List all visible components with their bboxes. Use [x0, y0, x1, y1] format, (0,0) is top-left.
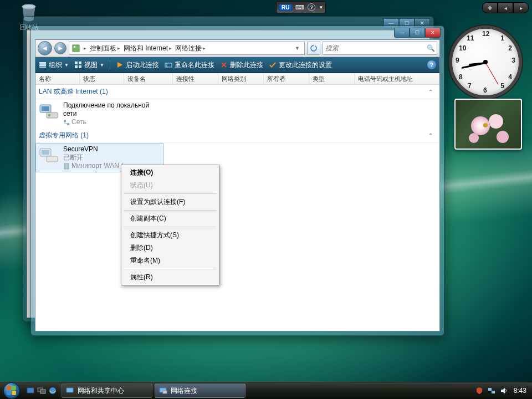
- group-header-lan[interactable]: LAN 或高速 Internet (1)⌃: [35, 85, 439, 99]
- delete-connection-button[interactable]: 删除此连接: [220, 60, 263, 70]
- svg-rect-20: [42, 150, 49, 155]
- svg-point-26: [49, 387, 56, 394]
- slideshow-gadget[interactable]: [454, 99, 522, 150]
- svg-rect-2: [73, 45, 79, 52]
- column-name[interactable]: 名称: [35, 73, 80, 84]
- breadcrumb-seg[interactable]: 控制面板▸: [90, 44, 120, 53]
- views-menu[interactable]: 视图▼: [74, 60, 104, 70]
- sidebar-controls: ✚ ◂ ▸: [482, 2, 529, 13]
- column-connectivity[interactable]: 连接性: [173, 73, 218, 84]
- tray-volume-icon[interactable]: [499, 386, 508, 395]
- svg-rect-21: [47, 156, 58, 162]
- tray-network-icon[interactable]: [487, 386, 496, 395]
- rename-connection-button[interactable]: 重命名此连接: [165, 60, 214, 70]
- switch-windows-button[interactable]: [37, 386, 47, 396]
- keyboard-icon[interactable]: ⌨: [295, 4, 304, 11]
- collapse-icon[interactable]: ⌃: [428, 89, 436, 95]
- svg-rect-25: [40, 390, 45, 393]
- column-headers[interactable]: 名称 状态 设备名 连接性 网络类别 所有者 类型 电话号码或主机地址: [35, 73, 439, 85]
- help-icon[interactable]: ?: [308, 3, 315, 11]
- menu-create-copy[interactable]: 创建副本(C): [122, 212, 218, 225]
- svg-rect-27: [66, 388, 73, 392]
- breadcrumb-seg[interactable]: 网络连接▸: [175, 44, 206, 53]
- taskbar-item-network-connections[interactable]: 网络连接: [155, 383, 245, 398]
- close-button[interactable]: ✕: [425, 28, 441, 38]
- rename-icon: [165, 61, 172, 69]
- quick-launch: [23, 384, 60, 397]
- column-owner[interactable]: 所有者: [264, 73, 309, 84]
- content-area[interactable]: LAN 或高速 Internet (1)⌃ Подключение по лок…: [35, 85, 439, 331]
- context-menu: 连接(O) 状态(U) 设置为默认连接(F) 创建副本(C) 创建快捷方式(S)…: [121, 165, 219, 285]
- control-panel-icon: [71, 44, 80, 53]
- search-input[interactable]: [323, 44, 424, 52]
- column-status[interactable]: 状态: [80, 73, 124, 84]
- taskbar-item-sharing-center[interactable]: 网络和共享中心: [62, 383, 152, 398]
- connection-item-lan[interactable]: Подключение по локальной сети Сеть: [35, 99, 164, 129]
- svg-rect-22: [64, 163, 69, 169]
- menu-status: 状态(U): [122, 179, 218, 192]
- start-button[interactable]: [0, 382, 23, 399]
- tray-clock[interactable]: 8:43: [511, 387, 529, 395]
- svg-rect-23: [27, 388, 34, 393]
- device-icon: [63, 163, 70, 170]
- breadcrumb-bar[interactable]: ▸ 控制面板▸ 网络和 Internet▸ 网络连接▸ ▼: [69, 42, 305, 55]
- menu-properties[interactable]: 属性(R): [122, 271, 218, 284]
- back-button[interactable]: ◄: [38, 41, 52, 55]
- column-device[interactable]: 设备名: [124, 73, 173, 84]
- help-button[interactable]: ?: [427, 60, 436, 69]
- collapse-icon[interactable]: ⌃: [428, 132, 436, 139]
- network-center-icon: [65, 386, 74, 395]
- maximize-button[interactable]: ☐: [410, 28, 425, 38]
- tray-security-icon[interactable]: [475, 386, 484, 395]
- search-box[interactable]: 🔍: [323, 42, 437, 55]
- network-icon: [63, 119, 70, 126]
- svg-rect-9: [75, 65, 78, 68]
- menu-rename[interactable]: 重命名(M): [122, 254, 218, 267]
- menu-create-shortcut[interactable]: 创建快捷方式(S): [122, 229, 218, 242]
- start-connection-button[interactable]: 启动此连接: [116, 60, 159, 70]
- svg-rect-16: [48, 114, 50, 116]
- system-tray: 8:43: [472, 386, 532, 395]
- second-hand: [485, 62, 499, 84]
- ie-button[interactable]: [48, 386, 58, 396]
- dropdown-icon[interactable]: ▼: [319, 5, 323, 10]
- delete-icon: [220, 61, 228, 69]
- svg-rect-5: [39, 64, 46, 66]
- svg-rect-14: [42, 106, 49, 111]
- minimize-button[interactable]: —: [394, 28, 410, 38]
- column-type[interactable]: 类型: [309, 73, 355, 84]
- svg-rect-31: [492, 391, 495, 393]
- breadcrumb-seg[interactable]: 网络和 Internet▸: [124, 44, 172, 53]
- refresh-button[interactable]: [307, 42, 320, 55]
- check-icon: [269, 61, 277, 69]
- svg-rect-8: [79, 62, 81, 64]
- address-bar-row: ◄ ► ▸ 控制面板▸ 网络和 Internet▸ 网络连接▸ ▼ 🔍: [35, 40, 439, 57]
- forward-button[interactable]: ►: [54, 42, 66, 54]
- group-header-vpn[interactable]: 虚拟专用网络 (1)⌃: [35, 129, 439, 143]
- column-phone[interactable]: 电话号码或主机地址: [355, 73, 439, 84]
- prev-button[interactable]: ◂: [498, 2, 513, 13]
- views-icon: [74, 61, 82, 69]
- column-category[interactable]: 网络类别: [218, 73, 264, 84]
- organize-menu[interactable]: 组织▼: [39, 60, 69, 70]
- menu-delete[interactable]: 删除(D): [122, 242, 218, 254]
- breadcrumb-dropdown[interactable]: ▼: [293, 45, 302, 51]
- refresh-icon: [310, 44, 318, 52]
- add-gadget-button[interactable]: ✚: [482, 2, 498, 13]
- network-folder-icon: [158, 386, 167, 395]
- connection-settings-button[interactable]: 更改此连接的设置: [269, 60, 332, 70]
- svg-rect-29: [163, 391, 167, 393]
- svg-rect-3: [74, 46, 75, 48]
- svg-rect-6: [39, 66, 46, 68]
- menu-connect[interactable]: 连接(O): [122, 166, 218, 179]
- menu-set-default[interactable]: 设置为默认连接(F): [122, 196, 218, 208]
- language-code[interactable]: RU: [279, 4, 292, 11]
- clock-gadget[interactable]: 12 3 6 9 1 2 4 5 7 8 10 11: [449, 25, 522, 99]
- play-icon: [116, 61, 124, 69]
- show-desktop-button[interactable]: [25, 386, 35, 396]
- next-button[interactable]: ▸: [513, 2, 529, 13]
- search-icon[interactable]: 🔍: [424, 44, 437, 52]
- vpn-icon: [39, 145, 59, 165]
- language-bar[interactable]: RU ⌨ ? ▼: [276, 1, 326, 13]
- command-bar: 组织▼ 视图▼ 启动此连接 重命名此连接 删除此连接: [35, 57, 439, 73]
